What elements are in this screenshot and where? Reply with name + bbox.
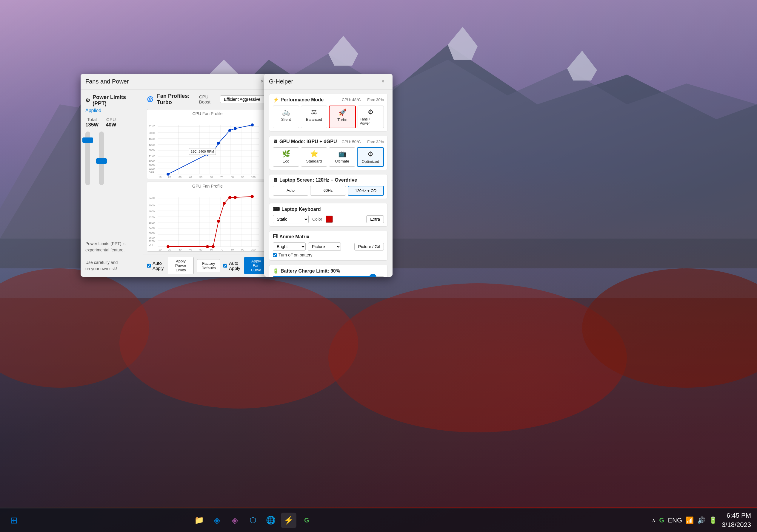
turbo-label: Turbo bbox=[337, 118, 347, 122]
optimized-mode-button[interactable]: ⚙ Optimized bbox=[357, 147, 384, 167]
auto-apply-checkbox-label[interactable]: Auto Apply bbox=[147, 261, 165, 271]
svg-text:30: 30 bbox=[178, 248, 181, 251]
svg-point-104 bbox=[251, 195, 254, 198]
balanced-mode-button[interactable]: ⚖ Balanced bbox=[301, 105, 327, 128]
anime-brightness-select[interactable]: Bright Medium Dim Off bbox=[273, 242, 306, 251]
gpu-fan-chart-title: GPU Fan Profile bbox=[147, 182, 268, 188]
gpu-mode-section: 🖥 GPU Mode: iGPU + dGPU GPU: 50°C – Fan:… bbox=[269, 136, 388, 170]
ultimate-mode-button[interactable]: 📺 Ultimate bbox=[329, 147, 355, 167]
svg-text:30: 30 bbox=[178, 176, 181, 179]
taskbar-app6[interactable]: ⚡ bbox=[281, 513, 296, 528]
svg-text:70: 70 bbox=[220, 176, 223, 179]
tray-battery[interactable]: 🔋 bbox=[709, 517, 717, 524]
svg-text:4600: 4600 bbox=[149, 137, 155, 140]
battery-slider-thumb[interactable] bbox=[369, 274, 377, 277]
keyboard-extra-button[interactable]: Extra bbox=[366, 215, 384, 223]
tray-wifi[interactable]: 📶 bbox=[686, 517, 694, 524]
laptop-screen-title: 🖥 Laptop Screen: 120Hz + Overdrive bbox=[273, 178, 357, 183]
svg-text:40: 40 bbox=[189, 176, 192, 179]
anime-matrix-section: 🎞 Anime Matrix Bright Medium Dim Off Pic… bbox=[269, 231, 388, 261]
ultimate-label: Ultimate bbox=[335, 159, 349, 163]
120hz-od-screen-button[interactable]: 120Hz + OD bbox=[348, 186, 384, 196]
gpu-mode-title: 🖥 GPU Mode: iGPU + dGPU bbox=[273, 139, 337, 144]
clock-date: 3/18/2023 bbox=[722, 520, 751, 530]
cpu-label: CPU bbox=[106, 117, 116, 122]
balanced-label: Balanced bbox=[306, 117, 322, 122]
color-label: Color bbox=[312, 217, 322, 222]
tray-volume[interactable]: 🔊 bbox=[697, 517, 705, 524]
laptop-screen-header: 🖥 Laptop Screen: 120Hz + Overdrive bbox=[273, 178, 384, 183]
eco-mode-button[interactable]: 🌿 Eco bbox=[273, 147, 299, 167]
60hz-screen-button[interactable]: 60Hz bbox=[310, 186, 346, 196]
keyboard-mode-select[interactable]: Static Breathing Color Cycle Rainbow bbox=[273, 215, 309, 223]
factory-defaults-button[interactable]: Factory Defaults bbox=[197, 259, 220, 272]
keyboard-color-swatch[interactable] bbox=[326, 216, 333, 223]
clock-display[interactable]: 6:45 PM 3/18/2023 bbox=[722, 511, 751, 530]
cpu-boost-select[interactable]: Efficient Aggressive Performance Balance… bbox=[220, 96, 268, 103]
system-tray: ∧ G ENG 📶 🔊 🔋 bbox=[652, 517, 717, 524]
performance-mode-section: ⚡ Performance Mode CPU: 48°C – Fan: 30% … bbox=[269, 94, 388, 131]
turn-off-battery-label[interactable]: Turn off on battery bbox=[273, 253, 384, 257]
battery-charge-slider[interactable] bbox=[273, 276, 384, 277]
tray-ghelper[interactable]: G bbox=[659, 517, 664, 524]
cpu-fan-chart: CPU Fan Profile 5400 5000 4600 4200 3800… bbox=[147, 109, 268, 179]
svg-text:70: 70 bbox=[220, 248, 223, 251]
svg-text:3400: 3400 bbox=[149, 154, 155, 157]
fans-power-title: Fans and Power bbox=[85, 78, 129, 85]
anime-matrix-icon: 🎞 bbox=[273, 234, 278, 239]
svg-text:5000: 5000 bbox=[149, 204, 155, 207]
picture-gif-button[interactable]: Picture / Gif bbox=[354, 243, 384, 250]
tray-lang[interactable]: ENG bbox=[668, 517, 682, 524]
auto-screen-button[interactable]: Auto bbox=[273, 186, 308, 196]
silent-mode-button[interactable]: 🚲 Silent bbox=[273, 105, 299, 128]
cpu-boost-label: CPU Boost bbox=[199, 94, 216, 104]
svg-text:80: 80 bbox=[231, 248, 234, 251]
taskbar-visual-studio[interactable]: ◈ bbox=[227, 513, 243, 528]
battery-section: 🔋 Battery Charge Limit: 90% bbox=[269, 265, 388, 277]
screen-mode-buttons: Auto 60Hz 120Hz + OD bbox=[273, 186, 384, 196]
ultimate-icon: 📺 bbox=[338, 150, 346, 158]
turn-off-battery-text: Turn off on battery bbox=[279, 253, 313, 257]
power-limits-icon: ⚙ bbox=[85, 97, 90, 104]
ppt-values-row: Total 135W CPU 40W bbox=[85, 117, 138, 128]
ppt-sliders bbox=[85, 131, 138, 236]
auto-apply-checkbox[interactable] bbox=[147, 263, 151, 268]
svg-text:90: 90 bbox=[241, 248, 244, 251]
fans-power-mode-button[interactable]: ⚙ Fans + Power bbox=[358, 105, 384, 128]
gpu-mode-icon: 🖥 bbox=[273, 139, 278, 144]
cpu-ppt-thumb[interactable] bbox=[96, 158, 107, 164]
cpu-ppt-slider[interactable] bbox=[99, 131, 104, 185]
turn-off-battery-checkbox[interactable] bbox=[273, 253, 277, 257]
svg-point-56 bbox=[251, 124, 254, 126]
standard-mode-button[interactable]: ⭐ Standard bbox=[301, 147, 327, 167]
total-ppt-slider[interactable] bbox=[85, 131, 90, 185]
apply-power-limits-button[interactable]: Apply Power Limits bbox=[168, 257, 194, 274]
fan-profiles-title: Fan Profiles: Turbo bbox=[157, 93, 196, 105]
taskbar-vscode[interactable]: ◈ bbox=[209, 513, 225, 528]
total-ppt-col: Total 135W bbox=[85, 117, 99, 128]
taskbar-ghelper[interactable]: G bbox=[299, 513, 314, 528]
anime-content-select[interactable]: Picture Clock Text bbox=[308, 242, 341, 251]
taskbar-file-explorer[interactable]: 📁 bbox=[191, 513, 207, 528]
silent-icon: 🚲 bbox=[282, 108, 290, 116]
turbo-mode-button[interactable]: 🚀 Turbo bbox=[329, 105, 356, 128]
clock-time: 6:45 PM bbox=[722, 511, 751, 520]
total-ppt-thumb[interactable] bbox=[82, 137, 93, 143]
svg-text:80: 80 bbox=[231, 176, 234, 179]
eco-label: Eco bbox=[283, 159, 289, 163]
svg-text:3800: 3800 bbox=[149, 149, 155, 152]
svg-text:62C, 2400 RPM: 62C, 2400 RPM bbox=[191, 150, 214, 153]
svg-point-54 bbox=[228, 129, 231, 132]
taskbar-windows-start[interactable]: ⊞ bbox=[6, 513, 21, 528]
svg-point-103 bbox=[234, 196, 237, 199]
applied-status: Applied bbox=[85, 108, 138, 113]
keyboard-controls-row: Static Breathing Color Cycle Rainbow Col… bbox=[273, 215, 384, 223]
taskbar-chrome[interactable]: 🌐 bbox=[263, 513, 279, 528]
ghelper-close-button[interactable]: × bbox=[378, 77, 388, 87]
auto-apply2-checkbox[interactable] bbox=[223, 263, 227, 268]
performance-mode-info: CPU: 48°C – Fan: 30% bbox=[342, 98, 384, 102]
taskbar-terminal[interactable]: ⬡ bbox=[245, 513, 260, 528]
tray-chevron[interactable]: ∧ bbox=[652, 518, 655, 523]
svg-point-99 bbox=[212, 245, 215, 248]
auto-apply2-checkbox-label[interactable]: Auto Apply bbox=[223, 261, 241, 271]
